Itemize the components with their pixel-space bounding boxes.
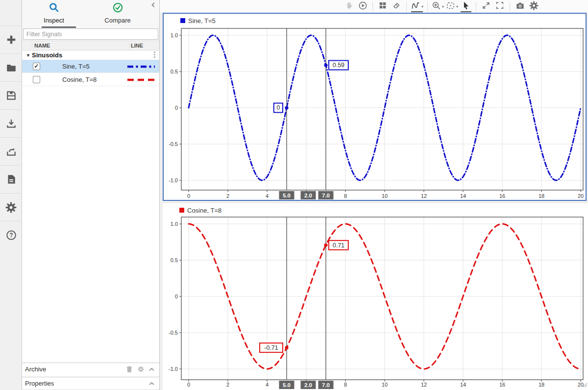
resize-handle[interactable] bbox=[582, 380, 587, 389]
layout-button[interactable] bbox=[376, 0, 390, 12]
tick-label-x: 4 bbox=[266, 382, 269, 388]
panel-tabs: Inspect Compare bbox=[22, 0, 159, 27]
tick-label-y: 1.0 bbox=[171, 32, 178, 38]
tab-compare-label: Compare bbox=[91, 17, 145, 24]
import-button[interactable] bbox=[0, 109, 22, 137]
tick-label-x: 2 bbox=[226, 382, 229, 388]
expand-icon bbox=[482, 1, 490, 12]
tick-label-x: 14 bbox=[460, 193, 466, 199]
tick-label-x: 8 bbox=[344, 193, 347, 199]
tick-label-x: 10 bbox=[382, 193, 388, 199]
tick-label-y: 0.5 bbox=[171, 69, 178, 74]
fullscreen-icon bbox=[495, 1, 504, 12]
tick-label-x: 8 bbox=[344, 382, 347, 388]
tick-label-x: 10 bbox=[382, 382, 388, 388]
signal-name: Sine, T=5 bbox=[53, 63, 127, 70]
active-tab-underline bbox=[42, 26, 76, 28]
chevron-up-icon[interactable] bbox=[149, 382, 154, 386]
tick-label-x: 12 bbox=[421, 382, 427, 388]
export-icon bbox=[6, 146, 17, 157]
simulation-data-inspector: ? Inspect Co bbox=[0, 0, 588, 390]
signal-group-sinusoids[interactable]: ▾ Sinusoids bbox=[22, 50, 159, 60]
help-icon: ? bbox=[6, 230, 17, 241]
cosine-checkbox[interactable] bbox=[33, 76, 40, 83]
legend-swatch bbox=[180, 18, 185, 23]
trash-icon[interactable] bbox=[126, 366, 133, 373]
settings-button[interactable] bbox=[527, 0, 540, 12]
export-button[interactable] bbox=[0, 137, 22, 165]
data-cursors-icon bbox=[411, 0, 420, 12]
gear-icon[interactable] bbox=[138, 366, 144, 372]
tick-label-y: -1.0 bbox=[169, 177, 178, 183]
collapse-panel-button[interactable] bbox=[150, 1, 156, 10]
data-cursors-button[interactable]: ▾ bbox=[410, 0, 424, 12]
signal-row-sine[interactable]: ✓ Sine, T=5 bbox=[22, 60, 159, 73]
tick-label-y: -1.0 bbox=[169, 366, 178, 372]
tick-label-x: 12 bbox=[421, 193, 427, 199]
report-icon bbox=[6, 174, 17, 185]
fit-to-view-button[interactable]: ▾ bbox=[445, 0, 459, 12]
pointer-icon bbox=[462, 1, 470, 12]
tick-label-x: 18 bbox=[539, 193, 544, 199]
archive-bar[interactable]: Archive bbox=[22, 363, 159, 375]
gear-icon bbox=[5, 202, 17, 213]
sine-line-sample bbox=[127, 63, 159, 70]
tick-label-x: 4 bbox=[266, 193, 269, 199]
dropdown-caret-icon: ▾ bbox=[442, 4, 444, 9]
tab-inspect-label: Inspect bbox=[27, 17, 81, 24]
add-button[interactable] bbox=[0, 25, 22, 53]
column-header-line: LINE bbox=[129, 43, 159, 49]
clear-plots-button[interactable] bbox=[390, 0, 403, 12]
properties-bar[interactable]: Properties bbox=[22, 377, 159, 390]
sine-checkbox[interactable]: ✓ bbox=[33, 63, 40, 70]
zoom-in-icon bbox=[432, 1, 441, 12]
snapshot-button[interactable] bbox=[513, 0, 527, 12]
tick-label-x: 0 bbox=[187, 382, 190, 388]
legend-label: Sine, T=5 bbox=[188, 17, 216, 24]
chevron-up-icon[interactable] bbox=[149, 367, 154, 371]
tab-compare[interactable]: Compare bbox=[91, 2, 145, 24]
tick-label-x: 2 bbox=[226, 193, 229, 199]
kebab-menu-icon[interactable] bbox=[154, 51, 155, 58]
cursor-marker-dot bbox=[324, 63, 327, 67]
svg-text:?: ? bbox=[9, 232, 13, 239]
import-icon bbox=[6, 118, 17, 129]
tick-label-y: -0.5 bbox=[169, 141, 178, 147]
help-button[interactable]: ? bbox=[0, 221, 22, 249]
cursor-delta-badge-label: 2.0 bbox=[304, 193, 312, 198]
save-button[interactable] bbox=[0, 81, 22, 109]
open-button[interactable] bbox=[0, 53, 22, 81]
plot-frame bbox=[181, 28, 583, 190]
tick-label-x: 16 bbox=[499, 193, 505, 199]
signal-row-cosine[interactable]: Cosine, T=8 bbox=[22, 73, 159, 86]
plot-sine[interactable]: Sine, T=5024681012141618201.00.50-0.5-1.… bbox=[163, 13, 587, 201]
tick-label-y: 1.0 bbox=[171, 221, 178, 227]
fullscreen-button[interactable] bbox=[493, 0, 507, 12]
camera-icon bbox=[515, 1, 525, 12]
signal-table-header: NAME LINE bbox=[22, 41, 159, 50]
playback-icon bbox=[358, 1, 368, 12]
tick-label-x: 20 bbox=[578, 193, 584, 199]
collapse-triangle-icon[interactable]: ▾ bbox=[27, 52, 29, 58]
pan-button[interactable] bbox=[342, 0, 356, 12]
expand-plot-button[interactable] bbox=[479, 0, 493, 12]
plot-cosine[interactable]: Cosine, T=8024681012141618201.00.50-0.5-… bbox=[163, 203, 588, 390]
check-circle-icon bbox=[112, 6, 123, 15]
plot-canvas-sine[interactable]: Sine, T=5024681012141618201.00.50-0.5-1.… bbox=[164, 14, 586, 200]
cursor-marker-dot bbox=[285, 106, 288, 109]
playback-controls-button[interactable] bbox=[356, 0, 369, 12]
cursor-value-label: -0.71 bbox=[264, 344, 278, 351]
plot-canvas-cosine[interactable]: Cosine, T=8024681012141618201.00.50-0.5-… bbox=[163, 203, 588, 390]
cursor-value-label: 0.71 bbox=[333, 242, 344, 249]
report-button[interactable] bbox=[0, 165, 22, 193]
pointer-button[interactable] bbox=[459, 0, 473, 12]
tick-label-x: 14 bbox=[460, 382, 466, 388]
signal-name: Cosine, T=8 bbox=[53, 76, 127, 83]
tab-inspect[interactable]: Inspect bbox=[27, 2, 81, 24]
group-label: Sinusoids bbox=[32, 51, 62, 59]
preferences-button[interactable] bbox=[0, 193, 22, 221]
zoom-button[interactable]: ▾ bbox=[431, 0, 445, 12]
left-icon-strip: ? bbox=[0, 0, 22, 390]
filter-signals-input[interactable] bbox=[23, 28, 158, 40]
cursor2-time-badge-label: 7.0 bbox=[322, 193, 330, 198]
